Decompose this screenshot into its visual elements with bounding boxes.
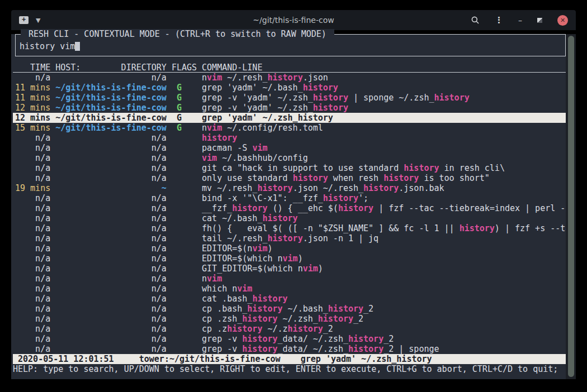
row-directory: n/a [55,274,167,284]
new-tab-icon[interactable]: + [19,16,29,24]
scrollbar-thumb[interactable] [568,36,574,377]
row-command: nvim [202,274,566,284]
search-icon[interactable] [471,16,480,25]
history-row[interactable]: n/an/agrep -v history_data/ ~/.zsh_histo… [13,334,566,344]
history-row[interactable]: n/an/agit ca "hack in support to use sta… [13,163,566,173]
row-time: n/a [15,294,50,304]
history-row[interactable]: n/an/agrep -v history_data/ ~/.zsh_histo… [13,344,566,354]
history-row[interactable]: n/an/acp .zsh_history ~/.zsh_history_2 [13,314,566,324]
row-time: n/a [15,334,50,344]
history-row[interactable]: n/an/abind -x '"\C-x1": __fzf_history'; [13,193,566,203]
row-flags [172,334,197,344]
history-row[interactable]: n/an/ahistory [13,133,566,143]
row-command: nvim ~/.config/resh.toml [202,123,566,133]
history-row[interactable]: n/an/awhich nvim [13,284,566,294]
row-directory: n/a [55,223,167,233]
history-row[interactable]: 15 mins~/git/this-is-fine-cowGnvim ~/.co… [13,123,566,133]
history-row[interactable]: 19 mins~mv ~/.resh_history.json ~/.resh_… [13,183,566,193]
row-directory: n/a [55,153,167,163]
row-directory: n/a [55,213,167,223]
row-flags [172,73,197,83]
history-row[interactable]: n/an/acp .zhistory ~/.zhistory_2 [13,324,566,334]
row-time: n/a [15,143,50,153]
row-time: n/a [15,173,50,183]
row-flags [172,304,197,314]
row-time: n/a [15,344,50,354]
header-directory: DIRECTORY [121,63,167,73]
row-directory: n/a [55,294,167,304]
row-command: cp .zhistory ~/.zhistory_2 [202,324,566,334]
restore-button[interactable] [537,18,542,23]
status-host-path: tower:~/git/this-is-fine-cow [139,354,281,364]
history-row[interactable]: n/an/aEDITOR=$(nvim) [13,243,566,254]
history-row[interactable]: n/an/aGIT_EDITOR=$(which nvim) [13,264,566,274]
row-flags [172,294,197,304]
history-row[interactable]: n/an/apacman -S vim [13,143,566,153]
row-command: mv ~/.resh_history.json ~/.resh_history.… [202,183,566,193]
row-flags [172,324,197,334]
history-row[interactable]: n/an/afh() { eval $( ([ -n "$ZSH_NAME" ]… [13,223,566,233]
minimize-button[interactable]: – [518,16,522,24]
search-input[interactable]: history vim [16,41,565,51]
titlebar[interactable]: + ▼ ~/git/this-is-fine-cow ⋮ – ✕ [11,10,576,30]
row-command: vim ~/.bashhub/config [202,153,566,163]
row-directory: n/a [55,264,167,274]
row-flags [172,344,197,354]
close-button[interactable]: ✕ [557,15,568,26]
row-time: 19 mins [15,183,50,193]
row-flags: G [172,103,197,113]
row-command: grep 'yadm' ~/.bash_history [202,83,566,93]
history-row[interactable]: n/an/anvim [13,274,566,284]
history-row[interactable]: 11 mins~/git/this-is-fine-cowGgrep -v 'y… [13,93,566,103]
chevron-down-icon[interactable]: ▼ [36,17,40,23]
row-flags [172,223,197,233]
menu-kebab-icon[interactable]: ⋮ [495,16,503,25]
history-row[interactable]: n/an/acat .bash_history [13,294,566,304]
row-flags [172,133,197,143]
scrollbar-track[interactable] [566,34,576,379]
row-directory: n/a [55,143,167,153]
row-time: n/a [15,274,50,284]
history-row[interactable]: n/an/a__fzf_history () { __ehc $(history… [13,203,566,213]
resh-mode-title: RESH CLI - CONTEXTUAL MODE - (CTRL+R to … [21,29,334,39]
header-flags: FLAGS [172,63,197,73]
row-flags [172,284,197,294]
history-row[interactable]: n/an/aEDITOR=$(which nvim) [13,254,566,264]
row-command: cat ~/.bash_history [202,213,566,223]
row-command: cp .bash_history ~/.bash_history_2 [202,304,566,314]
history-row[interactable]: n/an/avim ~/.bashhub/config [13,153,566,163]
history-row[interactable]: n/an/anvim ~/.resh_history.json [13,73,566,83]
row-time: n/a [15,213,50,223]
row-flags [172,183,197,193]
history-row[interactable]: 11 mins~/git/this-is-fine-cowGgrep 'yadm… [13,83,566,93]
row-directory: n/a [55,334,167,344]
row-flags [172,173,197,183]
row-directory: n/a [55,173,167,183]
history-row[interactable]: n/an/acp .bash_history ~/.bash_history_2 [13,304,566,314]
history-row[interactable]: n/an/aonly use standard history when res… [13,173,566,183]
row-time: 12 mins [15,103,50,113]
row-directory: ~/git/this-is-fine-cow [55,123,167,133]
row-flags [172,243,197,254]
row-command: cat .bash_history [202,294,566,304]
row-time: 15 mins [15,123,50,133]
row-command: EDITOR=$(nvim) [202,243,566,254]
row-time: n/a [15,233,50,243]
header-host: HOST: [55,63,81,73]
row-command: cp .zsh_history ~/.zsh_history_2 [202,314,566,324]
row-command: pacman -S vim [202,143,566,153]
row-directory: n/a [55,73,167,83]
history-row[interactable]: n/an/atail ~/.resh_history.json -n 1 | j… [13,233,566,243]
row-directory: n/a [55,324,167,334]
row-command: bind -x '"\C-x1": __fzf_history'; [202,193,566,203]
row-flags [172,163,197,173]
row-command: only use standard history when resh hist… [202,173,566,183]
history-row[interactable]: 12 mins~/git/this-is-fine-cowGgrep -v 'y… [13,103,566,113]
history-row-selected[interactable]: 12 mins~/git/this-is-fine-cowGgrep 'yadm… [13,113,566,123]
header-command: COMMAND-LINE [202,63,566,73]
row-directory: ~/git/this-is-fine-cow [55,103,167,113]
row-directory: n/a [55,133,167,143]
history-row[interactable]: n/an/acat ~/.bash_history [13,213,566,223]
row-time: n/a [15,284,50,294]
row-directory: n/a [55,163,167,173]
